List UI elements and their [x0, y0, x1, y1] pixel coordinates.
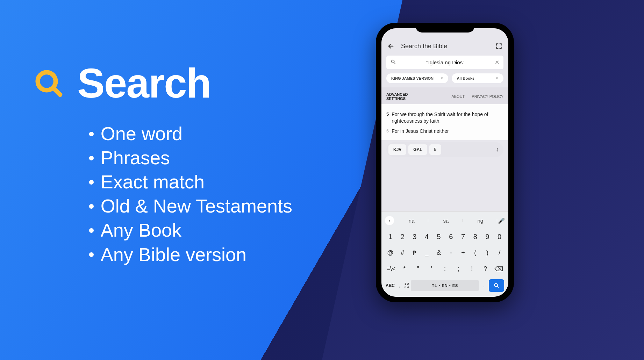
nav-version-button[interactable]: KJV [388, 144, 406, 155]
soft-keyboard: › na sa ng 🎤 1234567890 @#₱_&-+()/ =\<*"… [381, 211, 508, 297]
keyboard-key[interactable]: ' [425, 262, 438, 276]
keyboard-key[interactable]: @ [384, 246, 396, 260]
version-label: KING JAMES VERSION [391, 76, 434, 80]
keyboard-key[interactable]: ! [465, 262, 479, 276]
keyboard-row: =\<*"':;!?⌫ [383, 261, 507, 277]
keyboard-key[interactable]: 3 [408, 230, 421, 244]
chevron-right-icon[interactable]: › [385, 216, 394, 225]
marketing-bullets: One word Phrases Exact match Old & New T… [88, 122, 292, 267]
verse-row[interactable]: 5 For we through the Spirit wait for the… [386, 111, 503, 124]
bullet-item: Exact match [101, 170, 205, 194]
suggestion[interactable]: sa [429, 218, 463, 224]
keyboard-row: @#₱_&-+()/ [383, 245, 507, 261]
suggestion[interactable]: na [395, 218, 428, 224]
fullscreen-icon[interactable] [495, 42, 503, 50]
mic-icon[interactable]: 🎤 [498, 217, 505, 224]
svg-point-4 [494, 283, 498, 287]
keyboard-key[interactable]: & [433, 246, 445, 260]
chevron-down-icon: ▼ [495, 77, 499, 80]
comma-key[interactable]: , [397, 283, 402, 288]
period-key[interactable]: . [481, 283, 487, 288]
keyboard-key[interactable]: : [438, 262, 452, 276]
verse-number: 5 [386, 111, 389, 124]
keyboard-key[interactable]: 7 [457, 230, 469, 244]
tabs-row: ADVANCED SETTINGS ABOUT PRIVACY POLICY [381, 87, 508, 104]
keyboard-key[interactable]: ) [481, 246, 494, 260]
keyboard-key[interactable]: ₱ [408, 246, 421, 260]
updown-icon[interactable]: ↕ [496, 146, 499, 153]
svg-point-2 [392, 60, 394, 63]
keyboard-key[interactable]: 6 [445, 230, 457, 244]
app-screen: Search the Bible ✕ KING JAMES VERSION ▼ … [381, 28, 508, 297]
verse-nav-pill[interactable]: KJV GAL 5 ↕ [386, 142, 503, 157]
keyboard-key[interactable]: 5 [433, 230, 445, 244]
keyboard-key[interactable]: 4 [421, 230, 433, 244]
search-icon [33, 68, 64, 99]
back-icon[interactable] [387, 42, 395, 50]
bullet-item: Any Bible version [101, 243, 246, 267]
books-dropdown[interactable]: All Books ▼ [452, 73, 503, 83]
svg-line-1 [54, 88, 60, 95]
keyboard-key[interactable]: " [411, 262, 425, 276]
keyboard-key[interactable]: * [398, 262, 412, 276]
bullet-item: One word [101, 122, 183, 146]
keyboard-key[interactable]: + [457, 246, 469, 260]
phone-notch [415, 23, 475, 33]
keyboard-key[interactable]: 0 [493, 230, 506, 244]
search-field[interactable]: ✕ [386, 56, 503, 69]
keyboard-key[interactable]: 2 [396, 230, 409, 244]
tab-about[interactable]: ABOUT [451, 94, 465, 99]
tab-privacy[interactable]: PRIVACY POLICY [472, 94, 503, 99]
chevron-down-icon: ▼ [441, 77, 444, 80]
results-panel: 5 For we through the Spirit wait for the… [381, 104, 508, 140]
abc-key[interactable]: ABC [386, 283, 395, 288]
app-header-title: Search the Bible [401, 43, 489, 50]
svg-line-3 [394, 63, 395, 64]
search-icon [391, 59, 396, 66]
keyboard-key[interactable]: # [396, 246, 409, 260]
clear-icon[interactable]: ✕ [495, 59, 499, 66]
spacebar-key[interactable]: TL • EN • ES [411, 280, 479, 291]
books-label: All Books [457, 76, 474, 80]
keyboard-key[interactable]: / [493, 246, 506, 260]
verse-row[interactable]: 6 For in Jesus Christ neither [386, 128, 503, 135]
keyboard-key[interactable]: 9 [481, 230, 494, 244]
suggestion[interactable]: ng [464, 218, 497, 224]
keyboard-row: 1234567890 [383, 229, 507, 245]
keyboard-key[interactable]: ? [479, 262, 492, 276]
bullet-item: Phrases [101, 146, 170, 170]
keyboard-key[interactable]: =\< [384, 262, 398, 276]
verse-text: For we through the Spirit wait for the h… [392, 111, 503, 124]
tab-advanced-settings[interactable]: ADVANCED SETTINGS [386, 92, 411, 101]
phone-mockup: Search the Bible ✕ KING JAMES VERSION ▼ … [376, 23, 514, 302]
keyboard-key[interactable]: ; [452, 262, 465, 276]
marketing-title: Search [77, 59, 211, 107]
keyboard-key[interactable]: 8 [469, 230, 481, 244]
keyboard-key[interactable]: _ [421, 246, 433, 260]
version-dropdown[interactable]: KING JAMES VERSION ▼ [386, 73, 448, 83]
bullet-item: Any Book [101, 218, 181, 242]
numbers-key[interactable]: 1 2 3 4 [405, 282, 409, 289]
nav-book-button[interactable]: GAL [408, 144, 427, 155]
keyboard-key[interactable]: ( [469, 246, 481, 260]
verse-text: For in Jesus Christ neither [392, 128, 449, 135]
keyboard-key[interactable]: - [445, 246, 457, 260]
search-go-key[interactable] [489, 279, 504, 292]
marketing-panel: Search One word Phrases Exact match Old … [33, 59, 292, 267]
search-input[interactable] [400, 59, 491, 65]
keyboard-key[interactable]: ⌫ [492, 262, 506, 276]
nav-chapter-button[interactable]: 5 [429, 144, 442, 155]
keyboard-key[interactable]: 1 [384, 230, 396, 244]
svg-line-5 [497, 286, 499, 288]
bullet-item: Old & New Testaments [101, 194, 292, 218]
verse-number: 6 [386, 128, 389, 135]
